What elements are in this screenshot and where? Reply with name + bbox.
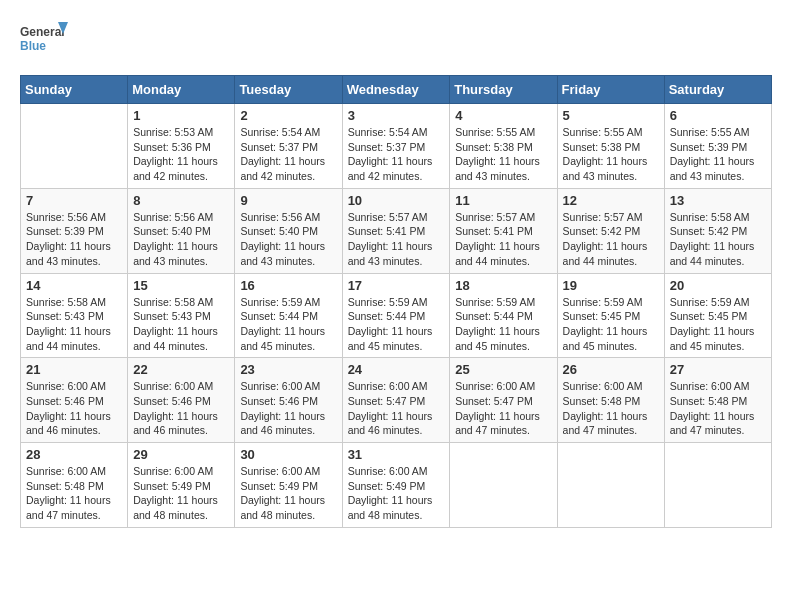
calendar-header-row: SundayMondayTuesdayWednesdayThursdayFrid… xyxy=(21,76,772,104)
day-number: 1 xyxy=(133,108,229,123)
calendar-cell: 5Sunrise: 5:55 AM Sunset: 5:38 PM Daylig… xyxy=(557,104,664,189)
calendar-cell: 7Sunrise: 5:56 AM Sunset: 5:39 PM Daylig… xyxy=(21,188,128,273)
day-number: 2 xyxy=(240,108,336,123)
calendar-cell: 6Sunrise: 5:55 AM Sunset: 5:39 PM Daylig… xyxy=(664,104,771,189)
day-info: Sunrise: 5:56 AM Sunset: 5:40 PM Dayligh… xyxy=(240,210,336,269)
day-number: 11 xyxy=(455,193,551,208)
calendar-cell: 22Sunrise: 6:00 AM Sunset: 5:46 PM Dayli… xyxy=(128,358,235,443)
day-number: 22 xyxy=(133,362,229,377)
day-info: Sunrise: 6:00 AM Sunset: 5:48 PM Dayligh… xyxy=(26,464,122,523)
week-row-4: 21Sunrise: 6:00 AM Sunset: 5:46 PM Dayli… xyxy=(21,358,772,443)
day-info: Sunrise: 6:00 AM Sunset: 5:47 PM Dayligh… xyxy=(455,379,551,438)
day-number: 17 xyxy=(348,278,445,293)
week-row-3: 14Sunrise: 5:58 AM Sunset: 5:43 PM Dayli… xyxy=(21,273,772,358)
day-number: 6 xyxy=(670,108,766,123)
day-info: Sunrise: 5:59 AM Sunset: 5:44 PM Dayligh… xyxy=(455,295,551,354)
header-sunday: Sunday xyxy=(21,76,128,104)
day-info: Sunrise: 6:00 AM Sunset: 5:46 PM Dayligh… xyxy=(26,379,122,438)
day-number: 26 xyxy=(563,362,659,377)
calendar-cell xyxy=(664,443,771,528)
header-saturday: Saturday xyxy=(664,76,771,104)
day-info: Sunrise: 5:57 AM Sunset: 5:41 PM Dayligh… xyxy=(455,210,551,269)
calendar-cell: 30Sunrise: 6:00 AM Sunset: 5:49 PM Dayli… xyxy=(235,443,342,528)
day-info: Sunrise: 5:59 AM Sunset: 5:44 PM Dayligh… xyxy=(240,295,336,354)
day-info: Sunrise: 6:00 AM Sunset: 5:49 PM Dayligh… xyxy=(240,464,336,523)
day-info: Sunrise: 6:00 AM Sunset: 5:49 PM Dayligh… xyxy=(348,464,445,523)
logo: General Blue xyxy=(20,20,70,65)
calendar-cell: 9Sunrise: 5:56 AM Sunset: 5:40 PM Daylig… xyxy=(235,188,342,273)
day-number: 20 xyxy=(670,278,766,293)
day-number: 29 xyxy=(133,447,229,462)
day-number: 15 xyxy=(133,278,229,293)
day-info: Sunrise: 5:59 AM Sunset: 5:45 PM Dayligh… xyxy=(563,295,659,354)
calendar-cell: 25Sunrise: 6:00 AM Sunset: 5:47 PM Dayli… xyxy=(450,358,557,443)
day-number: 13 xyxy=(670,193,766,208)
calendar-cell: 13Sunrise: 5:58 AM Sunset: 5:42 PM Dayli… xyxy=(664,188,771,273)
day-number: 9 xyxy=(240,193,336,208)
day-info: Sunrise: 5:55 AM Sunset: 5:39 PM Dayligh… xyxy=(670,125,766,184)
header-tuesday: Tuesday xyxy=(235,76,342,104)
day-number: 23 xyxy=(240,362,336,377)
day-info: Sunrise: 6:00 AM Sunset: 5:48 PM Dayligh… xyxy=(563,379,659,438)
day-info: Sunrise: 5:59 AM Sunset: 5:44 PM Dayligh… xyxy=(348,295,445,354)
day-number: 8 xyxy=(133,193,229,208)
header-friday: Friday xyxy=(557,76,664,104)
day-info: Sunrise: 6:00 AM Sunset: 5:48 PM Dayligh… xyxy=(670,379,766,438)
day-info: Sunrise: 5:55 AM Sunset: 5:38 PM Dayligh… xyxy=(563,125,659,184)
calendar-table: SundayMondayTuesdayWednesdayThursdayFrid… xyxy=(20,75,772,528)
calendar-cell: 11Sunrise: 5:57 AM Sunset: 5:41 PM Dayli… xyxy=(450,188,557,273)
calendar-cell: 4Sunrise: 5:55 AM Sunset: 5:38 PM Daylig… xyxy=(450,104,557,189)
week-row-2: 7Sunrise: 5:56 AM Sunset: 5:39 PM Daylig… xyxy=(21,188,772,273)
day-number: 18 xyxy=(455,278,551,293)
day-number: 28 xyxy=(26,447,122,462)
day-info: Sunrise: 5:53 AM Sunset: 5:36 PM Dayligh… xyxy=(133,125,229,184)
calendar-cell: 8Sunrise: 5:56 AM Sunset: 5:40 PM Daylig… xyxy=(128,188,235,273)
page-header: General Blue xyxy=(20,20,772,65)
calendar-cell xyxy=(557,443,664,528)
calendar-cell: 19Sunrise: 5:59 AM Sunset: 5:45 PM Dayli… xyxy=(557,273,664,358)
day-info: Sunrise: 5:54 AM Sunset: 5:37 PM Dayligh… xyxy=(240,125,336,184)
calendar-cell: 12Sunrise: 5:57 AM Sunset: 5:42 PM Dayli… xyxy=(557,188,664,273)
calendar-cell: 17Sunrise: 5:59 AM Sunset: 5:44 PM Dayli… xyxy=(342,273,450,358)
day-info: Sunrise: 6:00 AM Sunset: 5:46 PM Dayligh… xyxy=(240,379,336,438)
day-info: Sunrise: 6:00 AM Sunset: 5:49 PM Dayligh… xyxy=(133,464,229,523)
calendar-cell: 23Sunrise: 6:00 AM Sunset: 5:46 PM Dayli… xyxy=(235,358,342,443)
svg-text:General: General xyxy=(20,25,65,39)
day-number: 24 xyxy=(348,362,445,377)
header-wednesday: Wednesday xyxy=(342,76,450,104)
day-number: 12 xyxy=(563,193,659,208)
calendar-cell: 31Sunrise: 6:00 AM Sunset: 5:49 PM Dayli… xyxy=(342,443,450,528)
calendar-cell: 20Sunrise: 5:59 AM Sunset: 5:45 PM Dayli… xyxy=(664,273,771,358)
day-info: Sunrise: 5:54 AM Sunset: 5:37 PM Dayligh… xyxy=(348,125,445,184)
calendar-cell xyxy=(21,104,128,189)
header-thursday: Thursday xyxy=(450,76,557,104)
day-info: Sunrise: 6:00 AM Sunset: 5:47 PM Dayligh… xyxy=(348,379,445,438)
calendar-cell: 21Sunrise: 6:00 AM Sunset: 5:46 PM Dayli… xyxy=(21,358,128,443)
calendar-cell: 16Sunrise: 5:59 AM Sunset: 5:44 PM Dayli… xyxy=(235,273,342,358)
day-number: 31 xyxy=(348,447,445,462)
day-number: 5 xyxy=(563,108,659,123)
day-number: 21 xyxy=(26,362,122,377)
day-number: 19 xyxy=(563,278,659,293)
day-number: 14 xyxy=(26,278,122,293)
week-row-1: 1Sunrise: 5:53 AM Sunset: 5:36 PM Daylig… xyxy=(21,104,772,189)
day-number: 30 xyxy=(240,447,336,462)
day-number: 25 xyxy=(455,362,551,377)
calendar-cell xyxy=(450,443,557,528)
day-info: Sunrise: 5:57 AM Sunset: 5:42 PM Dayligh… xyxy=(563,210,659,269)
day-number: 7 xyxy=(26,193,122,208)
svg-text:Blue: Blue xyxy=(20,39,46,53)
day-info: Sunrise: 5:56 AM Sunset: 5:39 PM Dayligh… xyxy=(26,210,122,269)
header-monday: Monday xyxy=(128,76,235,104)
calendar-cell: 29Sunrise: 6:00 AM Sunset: 5:49 PM Dayli… xyxy=(128,443,235,528)
day-number: 3 xyxy=(348,108,445,123)
day-info: Sunrise: 6:00 AM Sunset: 5:46 PM Dayligh… xyxy=(133,379,229,438)
calendar-cell: 15Sunrise: 5:58 AM Sunset: 5:43 PM Dayli… xyxy=(128,273,235,358)
week-row-5: 28Sunrise: 6:00 AM Sunset: 5:48 PM Dayli… xyxy=(21,443,772,528)
calendar-cell: 28Sunrise: 6:00 AM Sunset: 5:48 PM Dayli… xyxy=(21,443,128,528)
calendar-cell: 2Sunrise: 5:54 AM Sunset: 5:37 PM Daylig… xyxy=(235,104,342,189)
day-number: 4 xyxy=(455,108,551,123)
day-info: Sunrise: 5:56 AM Sunset: 5:40 PM Dayligh… xyxy=(133,210,229,269)
day-info: Sunrise: 5:58 AM Sunset: 5:43 PM Dayligh… xyxy=(26,295,122,354)
calendar-cell: 3Sunrise: 5:54 AM Sunset: 5:37 PM Daylig… xyxy=(342,104,450,189)
